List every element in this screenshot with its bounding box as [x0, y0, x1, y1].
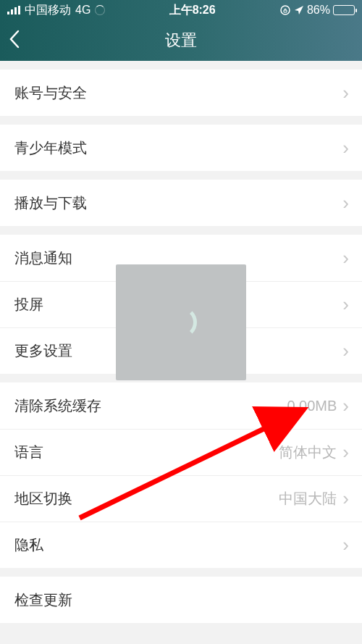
status-left: 中国移动 4G: [7, 3, 105, 18]
spinner-icon: [95, 5, 105, 15]
row-check-update[interactable]: 检查更新: [0, 577, 362, 623]
location-icon: [294, 5, 304, 15]
chevron-right-icon: ›: [342, 488, 349, 510]
row-play-download[interactable]: 播放与下载 ›: [0, 180, 362, 226]
battery-icon: [333, 5, 355, 15]
region-value: 中国大陆: [279, 489, 337, 509]
row-clear-cache[interactable]: 清除系统缓存 0.00MB ›: [0, 382, 362, 429]
loading-spinner-icon: [165, 306, 197, 338]
nav-bar: 设置: [0, 20, 362, 61]
back-button[interactable]: [9, 30, 20, 52]
row-label: 播放与下载: [14, 193, 87, 213]
row-label: 更多设置: [14, 341, 72, 361]
page-title: 设置: [165, 30, 197, 51]
clock-label: 上午8:26: [169, 3, 216, 18]
row-label: 账号与安全: [14, 83, 87, 103]
divider: [0, 171, 362, 180]
row-label: 清除系统缓存: [14, 396, 101, 416]
orientation-lock-icon: [279, 4, 291, 16]
chevron-left-icon: [9, 30, 20, 49]
chevron-right-icon: ›: [342, 247, 349, 269]
divider: [0, 568, 362, 577]
row-label: 青少年模式: [14, 138, 87, 158]
row-label: 语言: [14, 443, 43, 462]
row-label: 检查更新: [14, 590, 72, 610]
chevron-right-icon: ›: [342, 534, 349, 556]
chevron-right-icon: ›: [342, 340, 349, 362]
chevron-right-icon: ›: [342, 82, 349, 104]
language-value: 简体中文: [279, 443, 337, 462]
chevron-right-icon: ›: [342, 441, 349, 464]
row-label: 投屏: [14, 295, 43, 314]
divider: [0, 61, 362, 70]
row-label: 消息通知: [14, 248, 72, 268]
carrier-label: 中国移动: [25, 3, 71, 18]
row-privacy[interactable]: 隐私 ›: [0, 522, 362, 568]
divider: [0, 116, 362, 125]
chevron-right-icon: ›: [342, 192, 349, 214]
chevron-right-icon: ›: [342, 137, 349, 159]
chevron-right-icon: ›: [342, 293, 349, 316]
row-region[interactable]: 地区切换 中国大陆 ›: [0, 475, 362, 522]
row-account-security[interactable]: 账号与安全 ›: [0, 70, 362, 116]
row-label: 地区切换: [14, 489, 72, 509]
status-right: 86%: [279, 4, 355, 17]
cache-value: 0.00MB: [287, 398, 337, 414]
chevron-right-icon: ›: [342, 395, 349, 417]
row-language[interactable]: 语言 简体中文 ›: [0, 429, 362, 475]
status-bar: 中国移动 4G 上午8:26 86%: [0, 0, 362, 20]
divider: [0, 226, 362, 235]
row-label: 隐私: [14, 535, 43, 555]
network-label: 4G: [75, 4, 90, 17]
battery-pct: 86%: [307, 4, 330, 17]
loading-overlay: [116, 264, 246, 380]
signal-icon: [7, 6, 20, 14]
row-teen-mode[interactable]: 青少年模式 ›: [0, 125, 362, 171]
